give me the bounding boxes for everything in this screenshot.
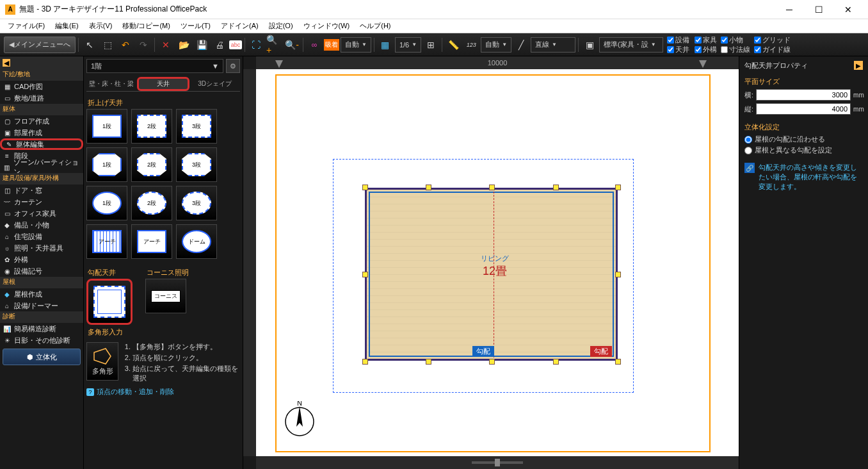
tab-ceiling[interactable]: 天井 <box>137 77 190 91</box>
item-yane[interactable]: ◆屋根作成 <box>0 288 83 300</box>
close-button[interactable]: ✕ <box>833 0 863 19</box>
item-floor[interactable]: ▢フロア作成 <box>0 115 83 127</box>
check-guide[interactable]: ガイド線 <box>754 45 791 54</box>
height-input[interactable] <box>756 103 851 115</box>
radio-custom-slope[interactable]: 屋根と異なる勾配を設定 <box>744 145 863 155</box>
thumb-oct-1[interactable]: 1段 <box>86 147 127 182</box>
item-jutaku[interactable]: ⌂住宅設備 <box>0 231 83 242</box>
floor-dropdown[interactable]: 1階▼ <box>86 59 223 73</box>
make-3d-button[interactable]: ⬢立体化 <box>3 349 81 365</box>
handle-w[interactable] <box>362 272 368 277</box>
handle-se2[interactable] <box>615 359 621 365</box>
grid-icon[interactable]: ▦ <box>377 37 394 53</box>
room-living[interactable]: リビング 12畳 勾配 勾配 <box>365 188 618 361</box>
minimize-button[interactable]: ─ <box>775 0 804 19</box>
handle-se[interactable] <box>553 359 559 365</box>
item-gaikou[interactable]: ✿外構 <box>0 254 83 265</box>
layer-icon[interactable]: ▣ <box>581 37 598 53</box>
check-komono[interactable]: 小物 <box>721 35 743 45</box>
item-dormer[interactable]: ⌂設備/ドーマー <box>0 300 83 311</box>
zoom-slider[interactable] <box>472 461 523 464</box>
auto-dropdown-1[interactable]: 自動▼ <box>341 37 371 53</box>
menu-tool[interactable]: ツール(T) <box>175 20 216 32</box>
ruler-vertical[interactable] <box>243 69 256 456</box>
width-input[interactable] <box>756 89 851 101</box>
menu-move[interactable]: 移動/コピー(M) <box>117 20 175 32</box>
thumb-sq-1[interactable]: 1段 <box>86 109 127 144</box>
cursor-icon[interactable]: ↖ <box>81 37 98 53</box>
item-curtain[interactable]: 〰カーテン <box>0 196 83 208</box>
redo-icon[interactable]: ↷ <box>135 37 152 53</box>
thumb-circ-1[interactable]: 1段 <box>86 186 127 220</box>
layer-dropdown[interactable]: 標準(家具・設▼ <box>599 37 663 53</box>
line-type-dropdown[interactable]: 直線▼ <box>531 37 575 53</box>
item-door[interactable]: ◫ドア・窓 <box>0 185 83 196</box>
menu-edit[interactable]: 編集(E) <box>50 20 84 32</box>
zoom-out-icon[interactable]: 🔍- <box>284 37 300 53</box>
handle-s[interactable] <box>489 359 495 365</box>
item-office[interactable]: ▭オフィス家具 <box>0 208 83 219</box>
item-shoumei[interactable]: ☼照明・天井器具 <box>0 242 83 254</box>
check-grid[interactable]: グリッド <box>754 35 791 45</box>
radio-follow-roof[interactable]: 屋根の勾配に沿わせる <box>744 135 863 144</box>
delete-icon[interactable]: ✕ <box>157 37 174 53</box>
thumb-sq-3[interactable]: 3段 <box>176 109 217 144</box>
menu-view[interactable]: 表示(V) <box>84 20 118 32</box>
select-tool-icon[interactable]: ⬚ <box>99 37 116 53</box>
thumb-oct-3[interactable]: 3段 <box>176 147 217 182</box>
auto-dropdown-2[interactable]: 自動▼ <box>481 37 511 53</box>
thumb-sq-2[interactable]: 2段 <box>131 109 172 144</box>
check-kagu[interactable]: 家具 <box>695 35 717 45</box>
thumb-arch-1[interactable]: アーチ <box>86 224 127 259</box>
item-kutai[interactable]: ✎躯体編集 <box>0 138 83 150</box>
back-to-main-button[interactable]: ◀ メインメニューへ <box>4 37 76 53</box>
thumb-circ-2[interactable]: 2段 <box>131 186 172 220</box>
save-icon[interactable]: 💾 <box>193 37 210 53</box>
infinity-icon[interactable]: ∞ <box>306 37 323 53</box>
floor-settings-button[interactable]: ⚙ <box>226 59 240 73</box>
snap-badge[interactable]: 吸着 <box>324 39 339 51</box>
item-bihin[interactable]: ◆備品・小物 <box>0 219 83 231</box>
handle-e[interactable] <box>615 272 621 277</box>
tab-3dshape[interactable]: 3Dシェイプ <box>189 77 240 91</box>
ruler-horizontal[interactable]: 10000 <box>256 56 739 69</box>
undo-icon[interactable]: ↶ <box>117 37 134 53</box>
handle-ne[interactable] <box>615 185 621 190</box>
handle-n2[interactable] <box>553 185 559 190</box>
menu-setting[interactable]: 設定(O) <box>264 20 298 32</box>
item-kani[interactable]: 📊簡易構造診断 <box>0 323 83 334</box>
ruler-icon[interactable]: 📏 <box>445 37 462 53</box>
menu-window[interactable]: ウィンドウ(W) <box>298 20 355 32</box>
line-icon[interactable]: ╱ <box>513 37 529 53</box>
item-shikichi[interactable]: ▭敷地/道路 <box>0 92 83 104</box>
check-tenjou[interactable]: 天井 <box>667 45 689 54</box>
check-gaikou[interactable]: 外構 <box>695 45 717 54</box>
item-hikage[interactable]: ☀日影・その他診断 <box>0 334 83 346</box>
thumb-oct-2[interactable]: 2段 <box>131 147 172 182</box>
menu-addin[interactable]: アドイン(A) <box>216 20 264 32</box>
check-setsubi[interactable]: 設備 <box>667 35 689 45</box>
grid-ratio-dropdown[interactable]: 1/6▼ <box>395 37 421 53</box>
thumb-dome[interactable]: ドーム <box>176 224 217 259</box>
print-icon[interactable]: 🖨 <box>211 37 228 53</box>
abc-icon[interactable]: abc <box>229 40 242 49</box>
handle-n3[interactable] <box>426 185 431 190</box>
item-setsubi[interactable]: ◉設備記号 <box>0 265 83 277</box>
thumb-cornice[interactable]: コーニス <box>145 279 186 313</box>
open-folder-icon[interactable]: 📂 <box>175 37 192 53</box>
drawing-canvas[interactable]: リビング 12畳 勾配 勾配 N <box>256 69 739 456</box>
dimension-icon[interactable]: 123 <box>463 37 479 53</box>
handle-nw[interactable] <box>362 185 368 190</box>
props-next-button[interactable]: ▶ <box>854 61 863 70</box>
item-zone[interactable]: ▥ゾーン/パーティション <box>0 161 83 173</box>
thumb-circ-3[interactable]: 3段 <box>176 186 217 220</box>
sidebar-collapse[interactable]: ◀ <box>0 56 83 69</box>
handle-s2[interactable] <box>426 359 431 365</box>
help-link[interactable]: ?頂点の移動・追加・削除 <box>86 387 240 397</box>
zoom-in-icon[interactable]: 🔍+ <box>266 37 282 53</box>
poly-button[interactable]: 多角形 <box>86 342 118 381</box>
thumb-koubai[interactable] <box>86 279 133 325</box>
grid-toggle-icon[interactable]: ⊞ <box>422 37 439 53</box>
thumb-arch-2[interactable]: アーチ <box>131 224 172 259</box>
menu-file[interactable]: ファイル(F) <box>3 20 50 32</box>
